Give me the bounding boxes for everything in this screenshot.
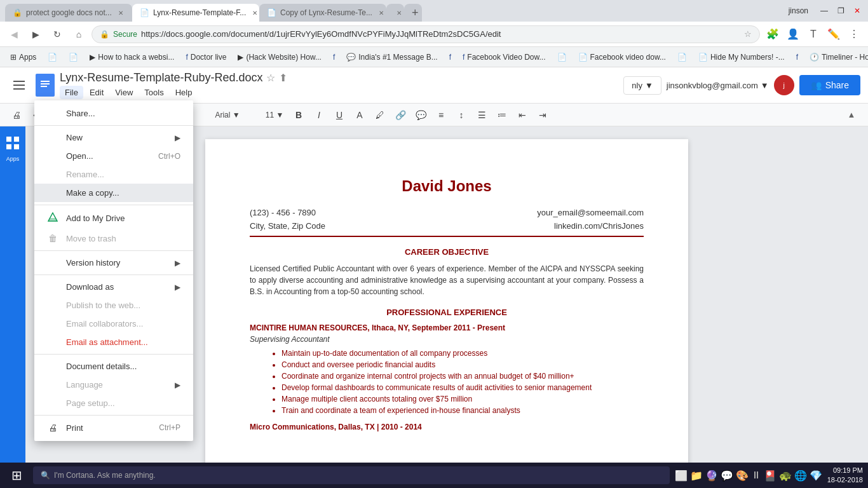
tab4-close[interactable]: ✕ (394, 8, 404, 18)
menu-rename[interactable]: Rename... (34, 165, 193, 184)
url-box[interactable]: 🔒 Secure https://docs.google.com/documen… (92, 25, 760, 43)
bold-button[interactable]: B (290, 106, 308, 124)
extensions-icon[interactable]: 🧩 (764, 25, 782, 43)
user-info[interactable]: jinsonkvblog@gmail.com ▼ (667, 81, 769, 90)
task-icon-1[interactable]: ⬜ (675, 470, 688, 482)
task-icon-6[interactable]: ⏸ (751, 470, 761, 481)
menu-download-as[interactable]: Download as ▶ (34, 278, 193, 296)
print-toolbar-button[interactable]: 🖨 (8, 106, 25, 124)
star-title-icon[interactable]: ☆ (266, 72, 275, 84)
menu-open[interactable]: Open... Ctrl+O (34, 147, 193, 165)
menu-print[interactable]: 🖨 Print Ctrl+P (34, 418, 193, 437)
bookmark-f1[interactable]: f (328, 51, 340, 63)
bullet-5: Train and coordinate a team of experienc… (281, 406, 644, 415)
menu-item-help[interactable]: Help (170, 86, 198, 99)
bookmark-hackweb[interactable]: ▶ (Hack Website) How... (233, 51, 326, 63)
italic-button[interactable]: I (310, 106, 328, 124)
increase-indent-button[interactable]: ⇥ (534, 106, 552, 124)
browser-tab-2[interactable]: 📄 Lynx-Resume-Template-F... ✕ (132, 4, 259, 22)
tab1-close[interactable]: ✕ (116, 8, 126, 18)
bookmark-1[interactable]: 📄 (43, 51, 62, 63)
start-button[interactable]: ⊞ (5, 464, 28, 487)
apps-grid-icon[interactable] (1, 132, 24, 154)
task-icon-7[interactable]: 🎴 (764, 470, 776, 482)
new-tab-button[interactable]: + (404, 4, 422, 22)
sidebar-item-apps[interactable]: Apps (1, 132, 24, 163)
menu-new[interactable]: New ▶ (34, 128, 193, 147)
bookmark-india[interactable]: 💬 India's #1 Message B... (341, 51, 442, 63)
menu-page-setup[interactable]: Page setup... (34, 394, 193, 412)
align-button[interactable]: ≡ (432, 106, 450, 124)
highlight-button[interactable]: 🖊 (371, 106, 389, 124)
refresh-button[interactable]: ↻ (48, 25, 66, 43)
close-button[interactable]: ✕ (851, 5, 863, 17)
bookmark-apps[interactable]: ⊞ Apps (5, 51, 41, 63)
numbered-list-button[interactable]: ≔ (493, 106, 511, 124)
bullets-button[interactable]: ☰ (473, 106, 491, 124)
bookmark-hide[interactable]: 📄 Hide My Numbers! -... (693, 51, 790, 63)
tab3-close[interactable]: ✕ (376, 8, 386, 18)
edit-icon[interactable]: ✏️ (825, 25, 843, 43)
browser-tab-4[interactable]: ✕ (386, 4, 404, 22)
bookmark-hack[interactable]: ▶ How to hack a websi... (85, 51, 179, 63)
task-icon-3[interactable]: 🔮 (705, 470, 718, 482)
mode-button[interactable]: nly ▼ (623, 76, 661, 95)
bookmark-timeline[interactable]: 🕐 Timeliner - Home (804, 51, 868, 63)
share-button[interactable]: 👥 Share (799, 75, 860, 95)
bookmark-doc2[interactable]: 📄 (672, 51, 692, 63)
menu-email-attach[interactable]: Email as attachment... (34, 333, 193, 351)
email-text: your_email@someemail.com (537, 208, 644, 217)
task-icon-10[interactable]: 💎 (810, 470, 822, 482)
menu-item-tools[interactable]: Tools (139, 86, 168, 99)
underline-button[interactable]: U (330, 106, 348, 124)
browser-tab-3[interactable]: 📄 Copy of Lynx-Resume-Te... ✕ (259, 4, 386, 22)
bookmark-doc1[interactable]: 📄 (552, 51, 572, 63)
menu-item-file[interactable]: File (60, 86, 83, 99)
menu-language[interactable]: Language ▶ (34, 376, 193, 394)
insert-link-button[interactable]: 🔗 (391, 106, 409, 124)
tab2-close[interactable]: ✕ (250, 8, 259, 18)
task-icon-9[interactable]: 🌐 (794, 470, 807, 482)
insert-comment-button[interactable]: 💬 (412, 106, 430, 124)
task-icon-5[interactable]: 🎨 (736, 470, 749, 482)
menu-doc-details[interactable]: Document details... (34, 357, 193, 376)
menu-item-edit[interactable]: Edit (85, 86, 109, 99)
minimize-button[interactable]: — (818, 5, 830, 17)
bookmark-fbdl[interactable]: 📄 Facebook video dow... (573, 51, 671, 63)
menu-email-collab[interactable]: Email collaborators... (34, 315, 193, 333)
bookmark-fbvid[interactable]: f Facebook Video Dow... (458, 51, 551, 63)
font-selector[interactable]: Arial ▼ (196, 106, 259, 124)
toolbar-collapse-button[interactable]: ▲ (843, 106, 860, 124)
back-button[interactable]: ◀ (5, 25, 23, 43)
bookmark-2[interactable]: 📄 (64, 51, 83, 63)
menu-item-view[interactable]: View (110, 86, 138, 99)
menu-share[interactable]: Share... (34, 104, 193, 123)
maximize-button[interactable]: ❐ (835, 5, 846, 17)
menu-publish-web[interactable]: Publish to the web... (34, 296, 193, 315)
menu-make-copy[interactable]: Make a copy... (34, 184, 193, 202)
hamburger-menu-button[interactable] (8, 74, 31, 97)
bookmark-f2[interactable]: f (444, 51, 456, 63)
task-icon-8[interactable]: 🐢 (779, 470, 792, 482)
menu-add-drive[interactable]: Add to My Drive (34, 208, 193, 229)
menu-move-trash[interactable]: 🗑 Move to trash (34, 229, 193, 248)
task-icon-4[interactable]: 💬 (721, 470, 733, 482)
font-size-selector[interactable]: 11 ▼ (262, 106, 287, 124)
line-spacing-button[interactable]: ↕ (452, 106, 470, 124)
translate-icon[interactable]: T (804, 25, 822, 43)
task-icon-2[interactable]: 📁 (690, 470, 703, 482)
bookmark-doctor[interactable]: f Doctor live (180, 51, 231, 63)
more-icon[interactable]: ⋮ (845, 25, 863, 43)
star-icon[interactable]: ☆ (744, 29, 752, 39)
browser-tab-1[interactable]: 🔒 protect google docs not... ✕ (5, 4, 132, 22)
cortana-search[interactable]: 🔍 I'm Cortana. Ask me anything. (33, 466, 670, 484)
decrease-indent-button[interactable]: ⇤ (513, 106, 531, 124)
bookmark-f3[interactable]: f (791, 51, 803, 63)
text-color-button[interactable]: A (351, 106, 369, 124)
home-button[interactable]: ⌂ (70, 25, 88, 43)
forward-button[interactable]: ▶ (27, 25, 44, 43)
move-to-drive-icon[interactable]: ⬆ (279, 72, 287, 84)
account-icon[interactable]: 👤 (784, 25, 802, 43)
menu-version-history[interactable]: Version history ▶ (34, 254, 193, 272)
user-avatar[interactable]: j (774, 75, 794, 95)
